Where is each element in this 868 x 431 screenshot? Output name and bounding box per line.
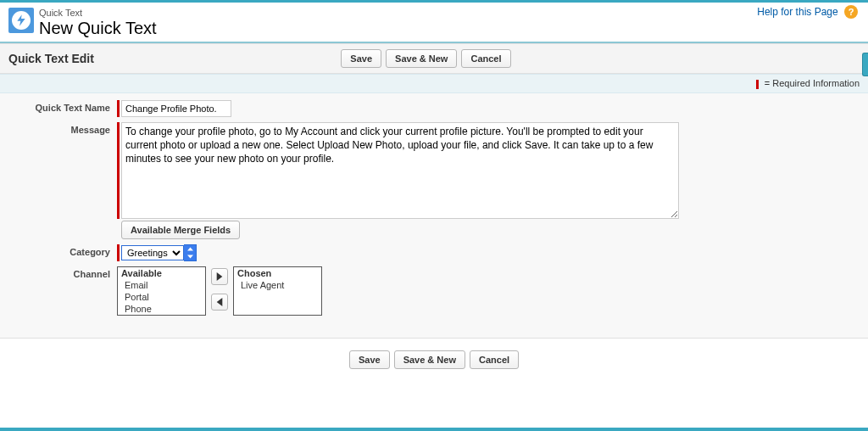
form-body: Quick Text Name Message To change your p… [0,93,868,339]
cancel-button[interactable]: Cancel [470,350,519,369]
header-titles: Quick Text New Quick Text [39,8,157,38]
row-category: Category Greetings [8,244,860,261]
bottom-button-row: Save Save & New Cancel [0,339,868,384]
label-message: Message [8,122,117,135]
top-button-row: Save Save & New Cancel [94,49,758,68]
page-root: Quick Text New Quick Text Help for this … [0,0,868,431]
list-item[interactable]: Portal [118,291,205,303]
save-button[interactable]: Save [349,350,390,369]
page-header: Quick Text New Quick Text Help for this … [0,3,868,40]
label-name: Quick Text Name [8,100,117,113]
label-category: Category [8,244,117,257]
mover-buttons [211,266,228,316]
help-link-label: Help for this Page [757,6,837,18]
save-and-new-button[interactable]: Save & New [394,350,465,369]
available-merge-fields-button[interactable]: Available Merge Fields [121,221,240,239]
cancel-button[interactable]: Cancel [461,49,510,68]
move-left-button[interactable] [211,294,228,311]
required-marker-icon [117,122,120,219]
row-name: Quick Text Name [8,100,860,117]
required-marker-icon [756,80,759,89]
available-listbox[interactable]: Available Email Portal Phone [117,266,206,316]
required-marker-icon [117,100,120,117]
required-legend-text: = Required Information [765,78,860,88]
save-button[interactable]: Save [341,49,381,68]
row-channel: Channel Available Email Portal Phone Cho… [8,266,860,316]
chosen-heading: Chosen [234,267,321,279]
required-info-bar: = Required Information [0,74,868,93]
help-icon: ? [844,5,858,19]
page-title: New Quick Text [39,19,157,38]
section-header: Quick Text Edit Save Save & New Cancel [0,43,868,74]
required-marker-icon [117,244,120,261]
list-item[interactable]: Phone [118,303,205,315]
chosen-listbox[interactable]: Chosen Live Agent [233,266,322,316]
label-channel: Channel [8,266,117,279]
row-message: Message To change your profile photo, go… [8,122,860,239]
message-textarea[interactable]: To change your profile photo, go to My A… [121,122,679,219]
select-stepper-icon[interactable] [184,244,197,261]
category-select[interactable]: Greetings [121,245,184,260]
quick-text-name-input[interactable] [121,100,231,117]
section-heading: Quick Text Edit [8,52,94,65]
quick-text-icon [8,8,34,33]
save-and-new-button[interactable]: Save & New [386,49,457,68]
available-heading: Available [118,267,205,279]
breadcrumb: Quick Text [39,8,157,18]
bottom-accent-bar [0,428,868,431]
help-link[interactable]: Help for this Page ? [757,5,858,19]
channel-duel-list: Available Email Portal Phone Chosen Live… [117,266,322,316]
side-tab-handle[interactable] [862,53,868,76]
list-item[interactable]: Live Agent [234,279,321,291]
list-item[interactable]: Email [118,279,205,291]
move-right-button[interactable] [211,268,228,285]
